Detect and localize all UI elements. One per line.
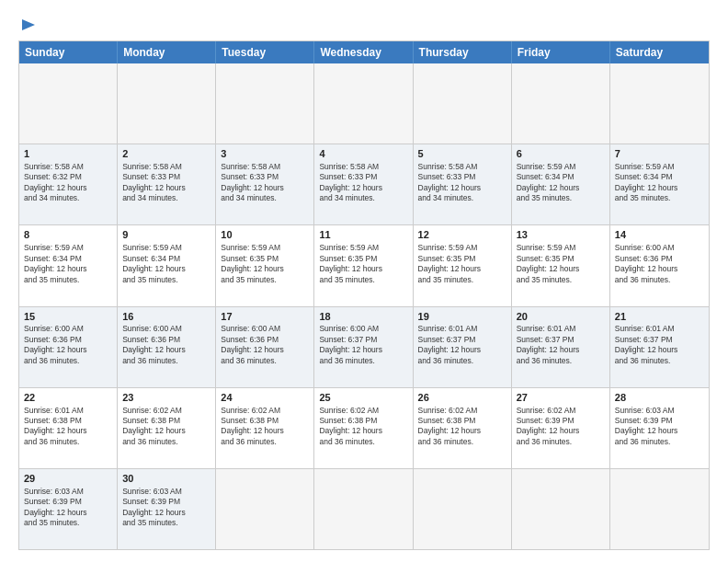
day-header-monday: Monday xyxy=(118,41,216,63)
daylight-label: Daylight: 12 hours xyxy=(319,345,382,354)
day-number: 16 xyxy=(122,310,210,324)
daylight-label: Daylight: 12 hours xyxy=(418,345,482,354)
sunset-label: Sunset: 6:37 PM xyxy=(319,335,377,344)
daylight-minutes: and 35 minutes. xyxy=(221,275,276,284)
day-cell-27: 27Sunrise: 6:02 AMSunset: 6:39 PMDayligh… xyxy=(512,388,610,468)
sunrise-label: Sunrise: 6:02 AM xyxy=(319,406,379,415)
daylight-label: Daylight: 12 hours xyxy=(517,345,580,354)
day-header-wednesday: Wednesday xyxy=(314,41,413,63)
calendar-row-3: 15Sunrise: 6:00 AMSunset: 6:36 PMDayligh… xyxy=(19,306,709,387)
daylight-label: Daylight: 12 hours xyxy=(615,183,678,192)
daylight-minutes: and 34 minutes. xyxy=(418,193,473,202)
day-number: 10 xyxy=(221,228,309,242)
daylight-label: Daylight: 12 hours xyxy=(517,264,580,273)
daylight-minutes: and 35 minutes. xyxy=(418,275,473,284)
header xyxy=(18,17,710,33)
day-cell-6: 6Sunrise: 5:59 AMSunset: 6:34 PMDaylight… xyxy=(512,144,610,224)
daylight-label: Daylight: 12 hours xyxy=(122,264,186,273)
daylight-minutes: and 36 minutes. xyxy=(221,356,276,365)
sunset-label: Sunset: 6:36 PM xyxy=(122,335,180,344)
sunrise-label: Sunrise: 6:02 AM xyxy=(122,406,182,415)
day-cell-21: 21Sunrise: 6:01 AMSunset: 6:37 PMDayligh… xyxy=(610,307,709,387)
sunset-label: Sunset: 6:39 PM xyxy=(517,416,574,425)
sunset-label: Sunset: 6:34 PM xyxy=(24,254,82,263)
day-number: 27 xyxy=(517,391,605,405)
sunrise-label: Sunrise: 6:01 AM xyxy=(418,324,478,333)
day-number: 23 xyxy=(122,391,210,405)
daylight-label: Daylight: 12 hours xyxy=(122,508,186,517)
day-number: 20 xyxy=(517,310,605,324)
day-number: 12 xyxy=(418,228,506,242)
empty-cell xyxy=(216,63,314,144)
svg-marker-0 xyxy=(22,19,35,30)
day-number: 24 xyxy=(221,391,309,405)
sunset-label: Sunset: 6:32 PM xyxy=(24,172,82,181)
day-cell-2: 2Sunrise: 5:58 AMSunset: 6:33 PMDaylight… xyxy=(118,144,216,224)
daylight-label: Daylight: 12 hours xyxy=(615,264,678,273)
sunset-label: Sunset: 6:38 PM xyxy=(221,416,279,425)
sunset-label: Sunset: 6:38 PM xyxy=(319,416,377,425)
sunset-label: Sunset: 6:33 PM xyxy=(221,172,279,181)
logo xyxy=(18,17,37,33)
day-number: 25 xyxy=(319,391,407,405)
calendar-body: 1Sunrise: 5:58 AMSunset: 6:32 PMDaylight… xyxy=(19,63,709,549)
day-number: 6 xyxy=(517,147,605,161)
daylight-label: Daylight: 12 hours xyxy=(319,183,382,192)
empty-cell xyxy=(216,469,314,549)
sunrise-label: Sunrise: 6:02 AM xyxy=(418,406,478,415)
sunrise-label: Sunrise: 6:00 AM xyxy=(24,324,84,333)
daylight-label: Daylight: 12 hours xyxy=(221,183,284,192)
day-header-sunday: Sunday xyxy=(19,41,118,63)
daylight-label: Daylight: 12 hours xyxy=(615,426,678,435)
day-cell-18: 18Sunrise: 6:00 AMSunset: 6:37 PMDayligh… xyxy=(314,307,413,387)
day-number: 30 xyxy=(122,472,210,486)
daylight-label: Daylight: 12 hours xyxy=(24,264,87,273)
sunrise-label: Sunrise: 5:58 AM xyxy=(221,162,280,171)
daylight-label: Daylight: 12 hours xyxy=(24,183,87,192)
day-cell-10: 10Sunrise: 5:59 AMSunset: 6:35 PMDayligh… xyxy=(216,225,314,305)
daylight-label: Daylight: 12 hours xyxy=(319,426,382,435)
day-number: 4 xyxy=(319,147,407,161)
sunrise-label: Sunrise: 6:03 AM xyxy=(615,406,675,415)
daylight-minutes: and 36 minutes. xyxy=(122,356,177,365)
sunrise-label: Sunrise: 5:59 AM xyxy=(221,243,280,252)
sunrise-label: Sunrise: 6:01 AM xyxy=(517,324,576,333)
day-cell-13: 13Sunrise: 5:59 AMSunset: 6:35 PMDayligh… xyxy=(512,225,610,305)
sunrise-label: Sunrise: 5:58 AM xyxy=(418,162,478,171)
day-number: 14 xyxy=(615,228,704,242)
daylight-minutes: and 34 minutes. xyxy=(319,193,374,202)
day-cell-20: 20Sunrise: 6:01 AMSunset: 6:37 PMDayligh… xyxy=(512,307,610,387)
daylight-minutes: and 36 minutes. xyxy=(24,437,79,446)
sunrise-label: Sunrise: 6:00 AM xyxy=(221,324,280,333)
sunrise-label: Sunrise: 5:58 AM xyxy=(122,162,182,171)
empty-cell xyxy=(414,63,512,144)
day-number: 15 xyxy=(24,310,112,324)
day-number: 5 xyxy=(418,147,506,161)
sunset-label: Sunset: 6:39 PM xyxy=(122,497,180,506)
daylight-label: Daylight: 12 hours xyxy=(24,508,87,517)
day-number: 1 xyxy=(24,147,112,161)
calendar-row-2: 8Sunrise: 5:59 AMSunset: 6:34 PMDaylight… xyxy=(19,224,709,305)
day-cell-29: 29Sunrise: 6:03 AMSunset: 6:39 PMDayligh… xyxy=(19,469,118,549)
daylight-minutes: and 36 minutes. xyxy=(418,437,473,446)
empty-cell xyxy=(610,63,709,144)
daylight-minutes: and 36 minutes. xyxy=(122,437,177,446)
sunrise-label: Sunrise: 5:59 AM xyxy=(24,243,84,252)
daylight-minutes: and 36 minutes. xyxy=(615,356,670,365)
day-cell-9: 9Sunrise: 5:59 AMSunset: 6:34 PMDaylight… xyxy=(118,225,216,305)
day-header-saturday: Saturday xyxy=(610,41,709,63)
day-cell-24: 24Sunrise: 6:02 AMSunset: 6:38 PMDayligh… xyxy=(216,388,314,468)
sunset-label: Sunset: 6:38 PM xyxy=(418,416,476,425)
sunrise-label: Sunrise: 5:59 AM xyxy=(517,243,576,252)
day-header-tuesday: Tuesday xyxy=(216,41,314,63)
sunrise-label: Sunrise: 5:59 AM xyxy=(517,162,576,171)
daylight-label: Daylight: 12 hours xyxy=(122,345,186,354)
day-number: 13 xyxy=(517,228,605,242)
day-cell-28: 28Sunrise: 6:03 AMSunset: 6:39 PMDayligh… xyxy=(610,388,709,468)
daylight-minutes: and 36 minutes. xyxy=(615,275,670,284)
sunset-label: Sunset: 6:35 PM xyxy=(418,254,476,263)
daylight-minutes: and 36 minutes. xyxy=(319,437,374,446)
sunrise-label: Sunrise: 5:59 AM xyxy=(615,162,675,171)
sunset-label: Sunset: 6:34 PM xyxy=(615,172,673,181)
day-cell-23: 23Sunrise: 6:02 AMSunset: 6:38 PMDayligh… xyxy=(118,388,216,468)
